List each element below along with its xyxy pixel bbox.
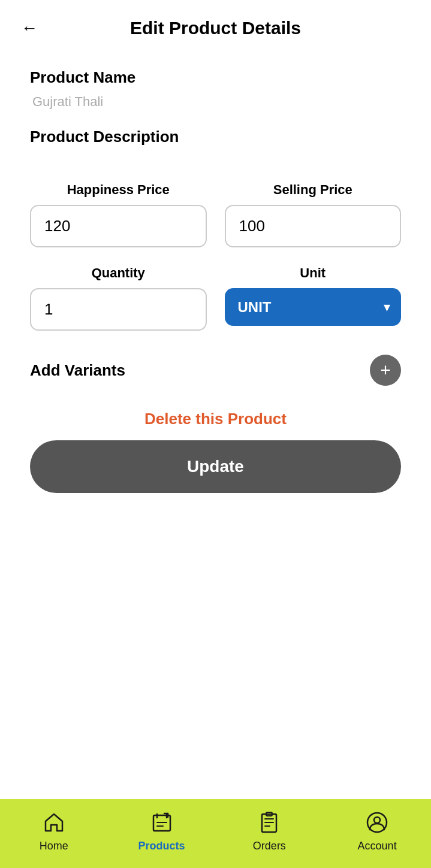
nav-item-products[interactable]: Products <box>108 799 216 868</box>
home-icon <box>43 812 65 836</box>
unit-select[interactable]: UNIT KG LITRE PIECE <box>225 288 402 326</box>
unit-label: Unit <box>225 265 402 281</box>
product-name-section: Product Name Gujrati Thali <box>30 68 401 110</box>
nav-account-label: Account <box>358 840 397 852</box>
delete-product-button[interactable]: Delete this Product <box>30 410 401 428</box>
unit-col: Unit UNIT KG LITRE PIECE ▾ <box>225 265 402 331</box>
nav-item-orders[interactable]: Orders <box>216 799 324 868</box>
add-variants-label: Add Variants <box>30 361 125 380</box>
back-button[interactable]: ← <box>18 16 41 41</box>
selling-price-input[interactable] <box>225 205 402 247</box>
product-name-label: Product Name <box>30 68 401 87</box>
quantity-label: Quantity <box>30 265 207 281</box>
price-row: Happiness Price Selling Price <box>30 182 401 247</box>
orders-icon <box>258 812 280 836</box>
happiness-price-col: Happiness Price <box>30 182 207 247</box>
add-variants-row: Add Variants + <box>30 355 401 386</box>
products-icon <box>151 812 173 836</box>
header: ← Edit Product Details <box>0 0 431 50</box>
product-description-label: Product Description <box>30 128 401 146</box>
add-variants-button[interactable]: + <box>370 355 401 386</box>
svg-point-13 <box>374 817 380 823</box>
happiness-price-input[interactable] <box>30 205 207 247</box>
page-title: Edit Product Details <box>130 18 301 38</box>
nav-orders-label: Orders <box>253 840 286 852</box>
account-icon <box>366 812 388 836</box>
nav-item-account[interactable]: Account <box>323 799 431 868</box>
update-button[interactable]: Update <box>30 440 401 493</box>
selling-price-label: Selling Price <box>225 182 402 198</box>
qty-unit-row: Quantity Unit UNIT KG LITRE PIECE ▾ <box>30 265 401 331</box>
selling-price-col: Selling Price <box>225 182 402 247</box>
quantity-col: Quantity <box>30 265 207 331</box>
bottom-nav: Home Products Orders <box>0 799 431 868</box>
page-container: ← Edit Product Details Product Name Gujr… <box>0 0 431 868</box>
product-description-section: Product Description <box>30 128 401 146</box>
unit-select-wrapper: UNIT KG LITRE PIECE ▾ <box>225 288 402 326</box>
quantity-input[interactable] <box>30 288 207 331</box>
happiness-price-label: Happiness Price <box>30 182 207 198</box>
nav-products-label: Products <box>138 840 185 852</box>
form-content: Product Name Gujrati Thali Product Descr… <box>0 50 431 790</box>
product-name-value: Gujrati Thali <box>30 94 401 110</box>
nav-item-home[interactable]: Home <box>0 799 108 868</box>
nav-home-label: Home <box>40 840 68 852</box>
add-icon: + <box>370 355 401 386</box>
